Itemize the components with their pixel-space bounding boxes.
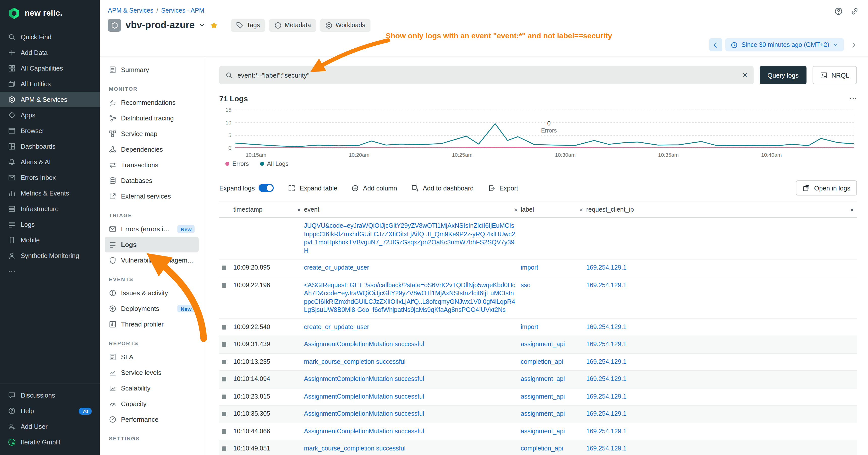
sidebar-item-browser[interactable]: Browser: [0, 123, 100, 138]
ip-link[interactable]: 169.254.129.1: [586, 393, 626, 400]
sidebar-item-errors-inbox[interactable]: Errors Inbox: [0, 170, 100, 186]
ip-link[interactable]: 169.254.129.1: [586, 358, 626, 365]
time-range-button[interactable]: Since 30 minutes ago (GMT+2): [725, 38, 844, 52]
sidebar-item-add-data[interactable]: Add Data: [0, 45, 100, 61]
subnav-item-service-levels[interactable]: Service levels: [105, 365, 198, 381]
subnav-item-recommendations[interactable]: Recommendations: [105, 95, 198, 110]
add-to-dashboard-button[interactable]: Add to dashboard: [411, 184, 473, 192]
sidebar-item-synthetic-monitoring[interactable]: Synthetic Monitoring: [0, 248, 100, 263]
clear-query-icon[interactable]: ×: [743, 71, 747, 79]
event-link[interactable]: mark_course_completion successful: [304, 358, 405, 365]
row-checkbox[interactable]: [222, 447, 226, 451]
label-link[interactable]: assignment_api: [521, 393, 565, 400]
sidebar-item-all-capabilities[interactable]: All Capabilities: [0, 61, 100, 76]
subnav-item-thread-profiler[interactable]: Thread profiler: [105, 317, 198, 332]
event-link[interactable]: <ASGIRequest: GET '/sso/callback/?state=…: [304, 282, 516, 314]
ip-link[interactable]: 169.254.129.1: [586, 445, 626, 452]
ip-link[interactable]: 169.254.129.1: [586, 376, 626, 383]
help-circle-icon[interactable]: [834, 7, 843, 15]
row-checkbox[interactable]: [222, 377, 226, 382]
table-row[interactable]: 10:10:14.094AssignmentCompletionMutation…: [219, 371, 857, 388]
subnav-item-summary[interactable]: Summary: [105, 62, 198, 77]
ip-link[interactable]: 169.254.129.1: [586, 410, 626, 417]
table-row[interactable]: 10:09:31.439AssignmentCompletionMutation…: [219, 336, 857, 354]
tags-chip[interactable]: Tags: [231, 19, 265, 32]
row-checkbox[interactable]: [222, 265, 226, 270]
label-link[interactable]: assignment_api: [521, 410, 565, 417]
label-link[interactable]: assignment_api: [521, 427, 565, 434]
sidebar-item-infrastructure[interactable]: Infrastructure: [0, 201, 100, 217]
subnav-item-errors-errors-inb[interactable]: Errors (errors inb...New: [105, 221, 198, 237]
table-row[interactable]: 10:09:22.196<ASGIRequest: GET '/sso/call…: [219, 277, 857, 319]
remove-column-icon[interactable]: ×: [514, 206, 518, 213]
query-logs-button[interactable]: Query logs: [760, 66, 807, 84]
legend-errors[interactable]: Errors: [225, 160, 249, 167]
ip-link[interactable]: 169.254.129.1: [586, 340, 626, 348]
column-header-label[interactable]: label×: [521, 202, 586, 217]
row-checkbox[interactable]: [222, 429, 226, 433]
table-row[interactable]: 10:10:13.235mark_course_completion succe…: [219, 354, 857, 371]
ip-link[interactable]: 169.254.129.1: [586, 264, 626, 271]
row-checkbox[interactable]: [222, 325, 226, 329]
time-forward-button[interactable]: [847, 38, 860, 52]
sidebar-item-add-user[interactable]: Add User: [0, 419, 100, 434]
sidebar-item-alerts-ai[interactable]: Alerts & AI: [0, 154, 100, 170]
event-link[interactable]: AssignmentCompletionMutation successful: [304, 393, 424, 400]
subnav-item-external-services[interactable]: External services: [105, 189, 198, 204]
open-in-logs-button[interactable]: Open in logs: [796, 181, 857, 195]
event-link[interactable]: AssignmentCompletionMutation successful: [304, 376, 424, 383]
legend-all-logs[interactable]: All Logs: [260, 160, 288, 167]
event-link[interactable]: JUQVU&code=eyJraWQiOiJjcGltY29yZV8wOTl1M…: [304, 222, 515, 254]
label-link[interactable]: import: [521, 323, 538, 330]
subnav-item-deployments[interactable]: DeploymentsNew: [105, 301, 198, 317]
subnav-item-distributed-tracing[interactable]: Distributed tracing: [105, 110, 198, 126]
column-header-event[interactable]: event×: [304, 202, 521, 217]
row-checkbox[interactable]: [222, 359, 226, 364]
label-link[interactable]: import: [521, 264, 538, 271]
subnav-item-capacity[interactable]: Capacity: [105, 396, 198, 412]
subnav-item-logs[interactable]: Logs: [105, 237, 198, 253]
favorite-star-icon[interactable]: [210, 21, 218, 30]
sidebar-item-iterativ-gmbh[interactable]: Iterativ GmbH: [0, 434, 100, 450]
sidebar-item-more[interactable]: [0, 263, 100, 279]
table-row[interactable]: 10:10:23.815AssignmentCompletionMutation…: [219, 388, 857, 405]
ip-link[interactable]: 169.254.129.1: [586, 282, 626, 289]
event-link[interactable]: mark_course_completion successful: [304, 445, 405, 452]
expand-table-button[interactable]: Expand table: [288, 184, 337, 192]
breadcrumb-services-apm[interactable]: Services - APM: [161, 7, 205, 14]
sidebar-item-apps[interactable]: Apps: [0, 107, 100, 123]
sidebar-item-discussions[interactable]: Discussions: [0, 388, 100, 403]
table-row[interactable]: 10:09:22.540create_or_update_userimport1…: [219, 319, 857, 336]
subnav-item-vulnerability-management[interactable]: Vulnerability Management: [105, 253, 198, 268]
sidebar-item-apm-services[interactable]: APM & Services: [0, 92, 100, 107]
sidebar-item-mobile[interactable]: Mobile: [0, 232, 100, 248]
sidebar-item-help[interactable]: Help70: [0, 403, 100, 419]
event-link[interactable]: AssignmentCompletionMutation successful: [304, 340, 424, 348]
entity-caret-icon[interactable]: [199, 22, 206, 28]
nrql-button[interactable]: NRQL: [813, 66, 857, 84]
sidebar-item-dashboards[interactable]: Dashboards: [0, 138, 100, 154]
table-row[interactable]: 10:10:49.051mark_course_completion succe…: [219, 441, 857, 455]
event-link[interactable]: create_or_update_user: [304, 264, 369, 271]
sidebar-item-metrics-events[interactable]: Metrics & Events: [0, 186, 100, 201]
event-link[interactable]: create_or_update_user: [304, 323, 369, 330]
expand-logs-toggle[interactable]: [259, 184, 274, 192]
table-row[interactable]: JUQVU&code=eyJraWQiOiJjcGltY29yZV8wOTl1M…: [219, 218, 857, 260]
more-options-icon[interactable]: [849, 95, 857, 102]
label-link[interactable]: completion_api: [521, 445, 563, 452]
brand-logo[interactable]: new relic.: [0, 0, 100, 25]
remove-column-icon[interactable]: ×: [850, 206, 854, 213]
ip-link[interactable]: 169.254.129.1: [586, 427, 626, 434]
table-row[interactable]: 10:10:35.305AssignmentCompletionMutation…: [219, 405, 857, 423]
add-column-button[interactable]: Add column: [351, 184, 397, 192]
logs-query-input[interactable]: [238, 71, 738, 79]
subnav-item-databases[interactable]: Databases: [105, 173, 198, 189]
time-back-button[interactable]: [709, 38, 722, 52]
table-row[interactable]: 10:10:44.066AssignmentCompletionMutation…: [219, 423, 857, 441]
subnav-item-issues-activity[interactable]: Issues & activity: [105, 285, 198, 301]
row-checkbox[interactable]: [222, 394, 226, 399]
breadcrumb-apm-services[interactable]: APM & Services: [108, 7, 154, 14]
label-link[interactable]: sso: [521, 282, 530, 289]
sidebar-item-logs[interactable]: Logs: [0, 217, 100, 232]
subnav-item-dependencies[interactable]: Dependencies: [105, 141, 198, 157]
